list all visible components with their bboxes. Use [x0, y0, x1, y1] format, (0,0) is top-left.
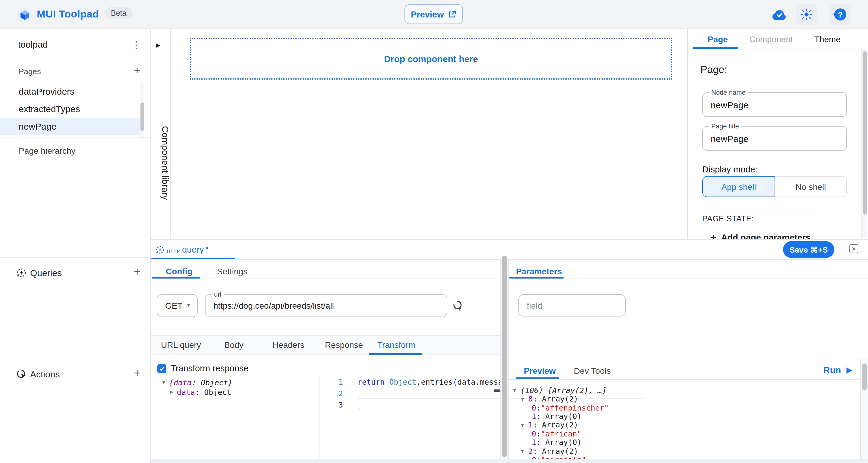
tab-body[interactable]: Body: [224, 340, 244, 350]
tab-parameters[interactable]: Parameters: [516, 267, 562, 276]
beta-badge: Beta: [105, 7, 132, 19]
editor-scrollbar-thumb[interactable]: [502, 256, 507, 457]
query-editor-panel: HTTP query ● Save ⌘+S ✕ Config Settings …: [151, 239, 868, 463]
code-args: data.messag: [457, 377, 507, 387]
light-mode-sun-icon: [801, 8, 812, 21]
code-keyword: return: [358, 377, 389, 387]
transform-tab-indicator: [369, 353, 422, 355]
json-preview-tree: ▼ (106) [Array(2), …] ▼ 0: Array(2) 0: "…: [509, 380, 860, 463]
tab-config[interactable]: Config: [166, 267, 193, 276]
tab-dev-tools[interactable]: Dev Tools: [574, 366, 611, 376]
json-colon: :: [536, 403, 541, 412]
sidebar-item-newPage[interactable]: newPage: [0, 118, 142, 135]
close-panel-icon[interactable]: ✕: [849, 244, 858, 253]
cloud-synced-icon[interactable]: [772, 9, 787, 21]
json-value: : Array(0): [536, 438, 582, 447]
project-menu-kebab-icon[interactable]: ⋮: [129, 37, 144, 52]
transform-response-checkbox[interactable]: [157, 364, 166, 373]
parameter-field-input[interactable]: field: [518, 294, 626, 316]
http-protocol-label: HTTP: [167, 248, 180, 254]
help-icon: ?: [834, 8, 846, 21]
node-name-value: newPage: [711, 99, 748, 110]
tab-page[interactable]: Page: [708, 34, 728, 44]
add-binding-link-icon[interactable]: [452, 300, 464, 311]
app-header: MUI Toolpad Beta Preview: [0, 0, 868, 29]
inspector-panel: Page Component Theme Page: Node name new…: [687, 29, 868, 239]
tab-preview[interactable]: Preview: [524, 366, 556, 376]
tab-settings[interactable]: Settings: [217, 267, 247, 276]
method-select[interactable]: GET ▼: [157, 294, 198, 317]
code-type: Object: [389, 377, 416, 387]
line-number-1: 1: [333, 377, 343, 387]
display-mode-app-shell[interactable]: App shell: [702, 176, 775, 197]
tree-open-icon: ▼: [513, 387, 516, 393]
tree-key: data: [177, 387, 195, 396]
json-row[interactable]: 1: Array(0): [532, 412, 582, 420]
json-colon: :: [536, 429, 541, 438]
sidebar-item-dataProviders[interactable]: dataProviders: [0, 83, 142, 100]
page-hierarchy-label[interactable]: Page hierarchy: [19, 146, 75, 156]
json-key: 0: [532, 403, 536, 412]
json-row[interactable]: 0: "affenpinscher": [532, 403, 609, 412]
json-row[interactable]: ▼ 1: Array(2): [521, 421, 578, 429]
add-action-button[interactable]: +: [134, 367, 141, 379]
tab-url-query[interactable]: URL query: [161, 340, 201, 350]
tab-theme[interactable]: Theme: [814, 34, 841, 44]
scope-tree-child[interactable]: ▶ data: Object: [170, 388, 231, 396]
page-title-label: Page title: [709, 122, 741, 130]
add-page-parameters-button[interactable]: + Add page parameters: [711, 232, 810, 239]
json-key: 0: [528, 394, 533, 403]
dropzone[interactable]: Drop component here: [190, 38, 672, 80]
theme-toggle-button[interactable]: [796, 4, 817, 25]
tree-key: data: [174, 378, 192, 387]
expand-panel-arrow-icon[interactable]: ▶: [156, 42, 160, 48]
json-row[interactable]: 0: "african": [532, 429, 582, 438]
save-button[interactable]: Save ⌘+S: [783, 241, 834, 258]
json-row[interactable]: ▼ 2: Array(2): [521, 447, 578, 455]
panel-bottom-edge: [151, 459, 868, 463]
page-title-field[interactable]: Page title newPage: [702, 126, 847, 151]
component-library-label: Component library: [151, 84, 170, 241]
run-button[interactable]: Run ▶: [824, 365, 852, 375]
preview-scrollbar-thumb[interactable]: [862, 364, 867, 390]
scope-tree-root[interactable]: ▼ {data: Object}: [162, 378, 233, 387]
pages-scrollbar-thumb[interactable]: [141, 102, 144, 131]
app-title: MUI Toolpad: [37, 8, 99, 21]
project-name: toolpad: [18, 39, 48, 50]
unsaved-changes-dot: ●: [206, 245, 209, 251]
json-row[interactable]: 1: Array(0): [532, 438, 582, 446]
run-button-label: Run: [824, 365, 841, 375]
add-query-button[interactable]: +: [134, 266, 141, 277]
add-page-parameters-label: Add page parameters: [721, 233, 811, 239]
node-name-field[interactable]: Node name newPage: [702, 92, 847, 117]
json-root-preview: (106) [Array(2), …]: [521, 385, 607, 395]
code-member: .entries: [416, 377, 453, 387]
tab-component[interactable]: Component: [749, 34, 793, 44]
json-string: "african": [541, 429, 581, 438]
line-number-2: 2: [333, 389, 343, 398]
inspector-scrollbar-thumb[interactable]: [862, 51, 867, 215]
json-root-row[interactable]: ▼ (106) [Array(2), …]: [513, 386, 607, 394]
node-name-label: Node name: [709, 89, 748, 96]
http-query-icon: [156, 245, 164, 254]
json-key: 1: [528, 420, 533, 429]
app-shell-label: App shell: [721, 182, 756, 191]
preview-button[interactable]: Preview: [404, 4, 463, 24]
tab-response[interactable]: Response: [325, 340, 363, 350]
tab-transform[interactable]: Transform: [377, 340, 415, 350]
app: MUI Toolpad Beta Preview: [0, 0, 868, 463]
page-item-label: dataProviders: [19, 86, 74, 96]
query-tab-label[interactable]: query: [182, 245, 204, 254]
queries-icon: [16, 268, 27, 278]
tab-headers[interactable]: Headers: [273, 340, 304, 350]
component-library-strip[interactable]: ▶ Component library: [151, 29, 170, 239]
display-mode-no-shell[interactable]: No shell: [775, 176, 847, 197]
json-row[interactable]: ▼ 0: Array(2): [521, 395, 578, 403]
json-value: : Array(2): [533, 446, 578, 456]
add-page-button[interactable]: +: [134, 64, 141, 76]
tree-open-icon: ▼: [521, 422, 524, 428]
url-field[interactable]: url https://dog.ceo/api/breeds/list/all: [205, 294, 447, 317]
page-state-label: PAGE STATE:: [702, 214, 754, 223]
sidebar-item-extractedTypes[interactable]: extractedTypes: [0, 100, 142, 118]
help-button[interactable]: ?: [830, 4, 851, 25]
